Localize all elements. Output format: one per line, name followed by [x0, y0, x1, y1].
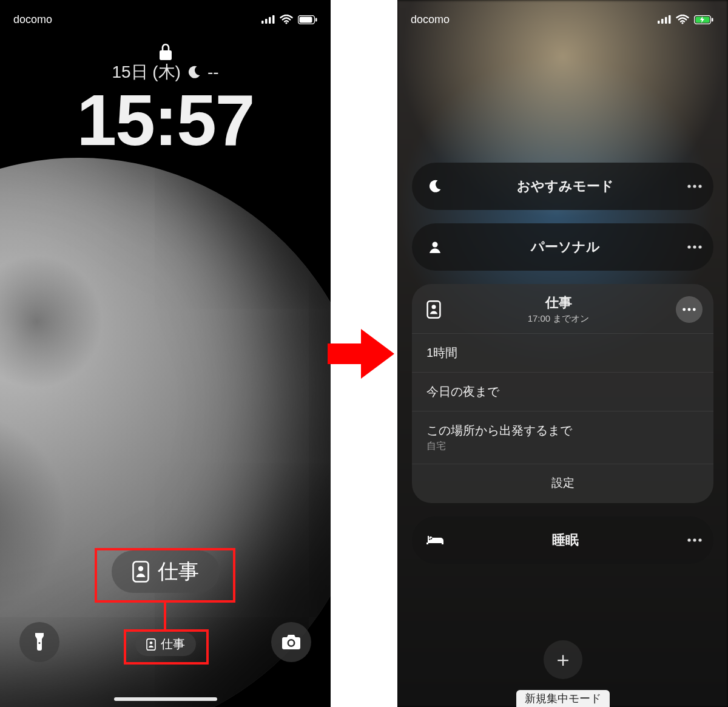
- option-sublabel: 自宅: [426, 440, 699, 453]
- moon-icon: [426, 179, 443, 194]
- mode-label: おやすみモード: [443, 177, 687, 195]
- mode-subtitle: 17:00 までオン: [450, 313, 667, 325]
- focus-mode-dnd[interactable]: おやすみモード: [412, 163, 713, 210]
- duration-option-leave-location[interactable]: この場所から出発するまで 自宅: [412, 411, 713, 464]
- duration-option-evening[interactable]: 今日の夜まで: [412, 372, 713, 411]
- svg-point-23: [433, 242, 438, 248]
- svg-point-30: [688, 308, 691, 311]
- svg-rect-14: [665, 17, 667, 24]
- status-right: [658, 15, 715, 24]
- focus-mode-sleep[interactable]: 睡眠: [412, 516, 713, 564]
- svg-point-25: [693, 245, 696, 248]
- moon-phase-icon: [187, 65, 201, 79]
- wifi-icon: [676, 15, 689, 24]
- svg-point-29: [682, 308, 686, 311]
- clock-time: 15:57: [0, 79, 331, 161]
- arrow-icon: [328, 320, 394, 387]
- svg-point-16: [681, 22, 683, 24]
- lock-screen: docomo 15日 (木) -- 15:57: [0, 0, 331, 707]
- camera-icon: [281, 634, 301, 650]
- focus-mode-personal[interactable]: パーソナル: [412, 223, 713, 271]
- svg-point-31: [693, 308, 696, 311]
- focus-modes-sheet: おやすみモード パーソナル: [412, 163, 713, 564]
- lock-icon: [159, 44, 172, 61]
- battery-icon: [298, 15, 317, 24]
- svg-rect-13: [661, 19, 664, 24]
- ellipsis-icon[interactable]: [687, 184, 703, 189]
- flashlight-icon: [32, 632, 47, 652]
- wifi-icon: [280, 15, 293, 24]
- svg-point-20: [687, 184, 690, 188]
- carrier-label: docomo: [411, 13, 450, 26]
- svg-rect-12: [658, 21, 660, 24]
- ellipsis-button[interactable]: [676, 296, 703, 323]
- svg-rect-6: [300, 16, 312, 22]
- svg-point-24: [687, 245, 690, 248]
- svg-rect-15: [669, 15, 671, 24]
- status-bar: docomo: [0, 7, 331, 32]
- option-label: 今日の夜まで: [426, 384, 699, 400]
- ellipsis-icon[interactable]: [687, 245, 703, 249]
- camera-button[interactable]: [271, 622, 311, 662]
- svg-rect-2: [269, 17, 271, 24]
- bed-icon: [426, 534, 443, 546]
- status-right: [261, 15, 317, 24]
- svg-rect-3: [272, 15, 275, 24]
- svg-point-22: [698, 184, 701, 188]
- svg-point-33: [693, 538, 696, 541]
- annotation-highlight-connector: [164, 600, 166, 629]
- mode-title: 仕事: [450, 294, 667, 312]
- svg-point-32: [687, 538, 690, 541]
- person-icon: [426, 240, 443, 254]
- mode-header[interactable]: 仕事 17:00 までオン: [412, 284, 713, 333]
- svg-point-34: [698, 538, 701, 541]
- settings-label: 設定: [551, 476, 575, 489]
- svg-rect-27: [428, 301, 440, 318]
- plus-icon: ＋: [553, 646, 573, 674]
- svg-point-28: [432, 305, 436, 309]
- svg-rect-1: [265, 19, 268, 24]
- svg-point-21: [693, 184, 696, 188]
- svg-rect-7: [315, 18, 317, 21]
- focus-control-screen: docomo おやすみモード: [397, 0, 728, 707]
- svg-point-26: [698, 245, 701, 248]
- annotation-highlight-small: [124, 629, 209, 665]
- truncated-new-focus-label: 新規集中モード: [516, 690, 610, 707]
- svg-rect-0: [261, 21, 264, 24]
- battery-charging-icon: [694, 15, 715, 24]
- badge-icon: [426, 300, 441, 319]
- svg-point-4: [285, 22, 287, 24]
- carrier-label: docomo: [13, 13, 52, 26]
- status-bar: docomo: [397, 7, 728, 32]
- cellular-icon: [261, 15, 275, 24]
- duration-option-1h[interactable]: 1時間: [412, 333, 713, 372]
- ellipsis-icon[interactable]: [687, 538, 703, 543]
- add-focus-button[interactable]: ＋: [544, 640, 582, 679]
- home-indicator[interactable]: [114, 697, 217, 701]
- cellular-icon: [658, 15, 671, 24]
- option-label: この場所から出発するまで: [426, 422, 699, 439]
- option-label: 1時間: [426, 345, 699, 361]
- svg-rect-19: [712, 18, 713, 21]
- mode-settings-link[interactable]: 設定: [412, 464, 713, 503]
- mode-label: パーソナル: [443, 238, 687, 256]
- mode-label: 睡眠: [443, 531, 687, 549]
- focus-mode-work-active: 仕事 17:00 までオン 1時間 今日の夜まで この場所から出発するまで 自宅: [412, 284, 713, 503]
- annotation-highlight-large: [95, 548, 235, 603]
- flashlight-button[interactable]: [19, 622, 59, 662]
